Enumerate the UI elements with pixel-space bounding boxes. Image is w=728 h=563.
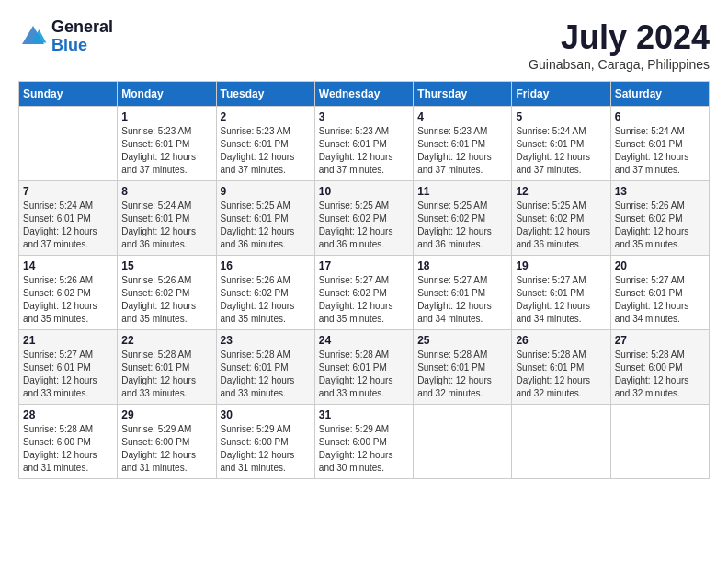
calendar-cell: 21Sunrise: 5:27 AM Sunset: 6:01 PM Dayli…: [19, 330, 118, 405]
day-number: 18: [417, 259, 507, 272]
calendar-cell: 17Sunrise: 5:27 AM Sunset: 6:02 PM Dayli…: [314, 256, 413, 330]
day-info: Sunrise: 5:25 AM Sunset: 6:01 PM Dayligh…: [221, 200, 311, 251]
day-info: Sunrise: 5:28 AM Sunset: 6:00 PM Dayligh…: [615, 349, 705, 400]
calendar-cell: 2Sunrise: 5:23 AM Sunset: 6:01 PM Daylig…: [216, 107, 314, 181]
day-number: 11: [417, 185, 507, 198]
day-info: Sunrise: 5:27 AM Sunset: 6:01 PM Dayligh…: [23, 349, 113, 400]
logo-general: General: [51, 18, 113, 37]
day-number: 14: [23, 259, 113, 272]
day-number: 28: [23, 408, 113, 421]
day-info: Sunrise: 5:28 AM Sunset: 6:01 PM Dayligh…: [121, 349, 211, 400]
day-number: 5: [516, 110, 606, 123]
calendar-cell: 29Sunrise: 5:29 AM Sunset: 6:00 PM Dayli…: [118, 405, 216, 479]
calendar-cell: 16Sunrise: 5:26 AM Sunset: 6:02 PM Dayli…: [216, 256, 314, 330]
calendar-cell: 19Sunrise: 5:27 AM Sunset: 6:01 PM Dayli…: [512, 256, 610, 330]
calendar-week-row: 21Sunrise: 5:27 AM Sunset: 6:01 PM Dayli…: [19, 330, 710, 405]
day-number: 26: [516, 334, 606, 347]
day-number: 6: [615, 110, 705, 123]
day-info: Sunrise: 5:28 AM Sunset: 6:00 PM Dayligh…: [23, 423, 113, 475]
day-info: Sunrise: 5:25 AM Sunset: 6:02 PM Dayligh…: [417, 200, 507, 251]
day-number: 30: [221, 408, 311, 421]
day-info: Sunrise: 5:23 AM Sunset: 6:01 PM Dayligh…: [221, 125, 311, 177]
calendar-cell: 12Sunrise: 5:25 AM Sunset: 6:02 PM Dayli…: [512, 181, 610, 256]
day-info: Sunrise: 5:27 AM Sunset: 6:01 PM Dayligh…: [615, 274, 705, 326]
day-number: 7: [23, 185, 113, 198]
calendar-week-row: 7Sunrise: 5:24 AM Sunset: 6:01 PM Daylig…: [19, 181, 710, 256]
calendar-cell: 15Sunrise: 5:26 AM Sunset: 6:02 PM Dayli…: [118, 256, 216, 330]
day-info: Sunrise: 5:28 AM Sunset: 6:01 PM Dayligh…: [319, 349, 409, 400]
calendar-week-row: 28Sunrise: 5:28 AM Sunset: 6:00 PM Dayli…: [19, 405, 710, 479]
day-info: Sunrise: 5:23 AM Sunset: 6:01 PM Dayligh…: [319, 125, 409, 177]
day-number: 16: [221, 259, 311, 272]
col-header-monday: Monday: [118, 82, 216, 107]
day-number: 31: [319, 408, 409, 421]
day-number: 27: [615, 334, 705, 347]
day-info: Sunrise: 5:28 AM Sunset: 6:01 PM Dayligh…: [221, 349, 311, 400]
calendar-cell: 28Sunrise: 5:28 AM Sunset: 6:00 PM Dayli…: [19, 405, 118, 479]
day-info: Sunrise: 5:23 AM Sunset: 6:01 PM Dayligh…: [417, 125, 507, 177]
day-number: 9: [221, 185, 311, 198]
logo: General Blue: [18, 18, 113, 55]
col-header-thursday: Thursday: [414, 82, 512, 107]
calendar-cell: 3Sunrise: 5:23 AM Sunset: 6:01 PM Daylig…: [314, 107, 413, 181]
day-number: 4: [417, 110, 507, 123]
calendar-cell: 24Sunrise: 5:28 AM Sunset: 6:01 PM Dayli…: [314, 330, 413, 405]
calendar-cell: 18Sunrise: 5:27 AM Sunset: 6:01 PM Dayli…: [414, 256, 512, 330]
day-info: Sunrise: 5:24 AM Sunset: 6:01 PM Dayligh…: [516, 125, 606, 177]
col-header-wednesday: Wednesday: [314, 82, 413, 107]
day-number: 22: [121, 334, 211, 347]
day-info: Sunrise: 5:28 AM Sunset: 6:01 PM Dayligh…: [417, 349, 507, 400]
day-number: 12: [516, 185, 606, 198]
calendar-cell: 26Sunrise: 5:28 AM Sunset: 6:01 PM Dayli…: [512, 330, 610, 405]
logo-blue: Blue: [51, 37, 113, 55]
day-number: 19: [516, 259, 606, 272]
calendar-cell: 27Sunrise: 5:28 AM Sunset: 6:00 PM Dayli…: [610, 330, 709, 405]
day-info: Sunrise: 5:29 AM Sunset: 6:00 PM Dayligh…: [121, 423, 211, 475]
calendar-cell: [610, 405, 709, 479]
calendar-cell: 7Sunrise: 5:24 AM Sunset: 6:01 PM Daylig…: [19, 181, 118, 256]
month-year-title: July 2024: [529, 18, 710, 57]
day-number: 21: [23, 334, 113, 347]
day-info: Sunrise: 5:28 AM Sunset: 6:01 PM Dayligh…: [516, 349, 606, 400]
calendar-cell: 13Sunrise: 5:26 AM Sunset: 6:02 PM Dayli…: [610, 181, 709, 256]
calendar-cell: [19, 107, 118, 181]
calendar-cell: 23Sunrise: 5:28 AM Sunset: 6:01 PM Dayli…: [216, 330, 314, 405]
calendar-cell: 9Sunrise: 5:25 AM Sunset: 6:01 PM Daylig…: [216, 181, 314, 256]
day-number: 15: [121, 259, 211, 272]
calendar-cell: 4Sunrise: 5:23 AM Sunset: 6:01 PM Daylig…: [414, 107, 512, 181]
day-info: Sunrise: 5:27 AM Sunset: 6:01 PM Dayligh…: [516, 274, 606, 326]
calendar-cell: 1Sunrise: 5:23 AM Sunset: 6:01 PM Daylig…: [118, 107, 216, 181]
col-header-sunday: Sunday: [19, 82, 118, 107]
page-header: General Blue July 2024 Guinabsan, Caraga…: [18, 18, 710, 72]
col-header-tuesday: Tuesday: [216, 82, 314, 107]
calendar-cell: 8Sunrise: 5:24 AM Sunset: 6:01 PM Daylig…: [118, 181, 216, 256]
day-number: 1: [121, 110, 211, 123]
day-info: Sunrise: 5:24 AM Sunset: 6:01 PM Dayligh…: [23, 200, 113, 251]
day-info: Sunrise: 5:24 AM Sunset: 6:01 PM Dayligh…: [615, 125, 705, 177]
day-info: Sunrise: 5:26 AM Sunset: 6:02 PM Dayligh…: [121, 274, 211, 326]
day-info: Sunrise: 5:27 AM Sunset: 6:01 PM Dayligh…: [417, 274, 507, 326]
day-info: Sunrise: 5:29 AM Sunset: 6:00 PM Dayligh…: [221, 423, 311, 475]
calendar-cell: 11Sunrise: 5:25 AM Sunset: 6:02 PM Dayli…: [414, 181, 512, 256]
calendar-table: SundayMondayTuesdayWednesdayThursdayFrid…: [18, 81, 710, 479]
day-info: Sunrise: 5:26 AM Sunset: 6:02 PM Dayligh…: [221, 274, 311, 326]
logo-icon: [18, 22, 48, 52]
calendar-cell: 30Sunrise: 5:29 AM Sunset: 6:00 PM Dayli…: [216, 405, 314, 479]
day-number: 3: [319, 110, 409, 123]
day-number: 10: [319, 185, 409, 198]
location-subtitle: Guinabsan, Caraga, Philippines: [529, 57, 710, 72]
calendar-cell: 22Sunrise: 5:28 AM Sunset: 6:01 PM Dayli…: [118, 330, 216, 405]
calendar-cell: [512, 405, 610, 479]
col-header-friday: Friday: [512, 82, 610, 107]
day-info: Sunrise: 5:26 AM Sunset: 6:02 PM Dayligh…: [615, 200, 705, 251]
logo-text: General Blue: [51, 18, 113, 55]
calendar-cell: 6Sunrise: 5:24 AM Sunset: 6:01 PM Daylig…: [610, 107, 709, 181]
day-info: Sunrise: 5:27 AM Sunset: 6:02 PM Dayligh…: [319, 274, 409, 326]
calendar-cell: 31Sunrise: 5:29 AM Sunset: 6:00 PM Dayli…: [314, 405, 413, 479]
calendar-cell: [414, 405, 512, 479]
calendar-cell: 14Sunrise: 5:26 AM Sunset: 6:02 PM Dayli…: [19, 256, 118, 330]
day-number: 29: [121, 408, 211, 421]
day-number: 17: [319, 259, 409, 272]
day-number: 23: [221, 334, 311, 347]
day-number: 25: [417, 334, 507, 347]
